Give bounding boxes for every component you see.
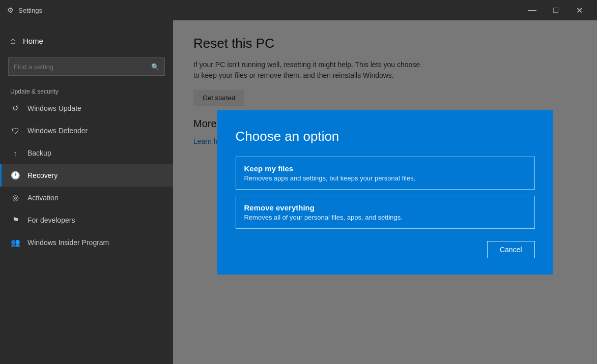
home-icon: ⌂ [10,36,16,46]
sidebar-item-label: Windows Defender [27,127,88,135]
sidebar-section-label: Update & security [0,84,173,97]
remove-everything-button[interactable]: Remove everything Removes all of your pe… [236,196,535,229]
search-icon: 🔍 [151,63,159,71]
close-button[interactable]: ✕ [567,0,591,20]
developers-icon: ⚑ [10,215,20,225]
activation-icon: ◎ [10,193,20,203]
sidebar-item-backup[interactable]: ↑ Backup [0,142,173,164]
modal-title: Choose an option [236,129,535,144]
sidebar-item-recovery[interactable]: 🕐 Recovery [0,164,173,187]
sidebar: ⌂ Home 🔍 Update & security ↺ Windows Upd… [0,20,173,364]
main-content: Reset this PC If your PC isn't running w… [173,20,597,364]
search-input[interactable] [14,63,147,71]
maximize-button[interactable]: □ [544,0,567,20]
sidebar-item-activation[interactable]: ◎ Activation [0,187,173,209]
app-container: ⌂ Home 🔍 Update & security ↺ Windows Upd… [0,20,597,364]
cancel-button[interactable]: Cancel [487,241,535,258]
backup-icon: ↑ [10,148,20,158]
keep-files-button[interactable]: Keep my files Removes apps and settings,… [236,157,535,190]
search-box[interactable]: 🔍 [8,57,165,76]
modal: Choose an option Keep my files Removes a… [217,110,553,275]
remove-everything-desc: Removes all of your personal files, apps… [244,214,526,221]
sidebar-item-label: Backup [27,149,51,157]
insider-icon: 👥 [10,237,20,248]
sidebar-item-label: For developers [27,216,75,224]
remove-everything-title: Remove everything [244,203,526,212]
minimize-button[interactable]: — [521,0,544,20]
title-bar: ⚙ Settings — □ ✕ [0,0,597,20]
sidebar-home-label: Home [23,37,43,45]
sidebar-item-windows-update[interactable]: ↺ Windows Update [0,97,173,119]
sidebar-item-label: Recovery [27,171,58,179]
sidebar-item-label: Windows Insider Program [27,238,109,247]
sidebar-item-label: Activation [27,194,59,202]
sidebar-item-windows-insider[interactable]: 👥 Windows Insider Program [0,231,173,254]
recovery-icon: 🕐 [10,170,20,180]
sidebar-home[interactable]: ⌂ Home [0,31,173,51]
sidebar-item-developers[interactable]: ⚑ For developers [0,209,173,231]
windows-update-icon: ↺ [10,103,20,113]
title-bar-text: Settings [18,7,517,14]
sidebar-item-label: Windows Update [27,104,81,112]
settings-icon: ⚙ [6,6,14,14]
window-controls: — □ ✕ [521,0,591,20]
modal-footer: Cancel [236,241,535,258]
modal-overlay: Choose an option Keep my files Removes a… [173,20,597,364]
keep-files-desc: Removes apps and settings, but keeps you… [244,174,526,182]
shield-icon: 🛡 [10,126,20,136]
keep-files-title: Keep my files [244,164,526,173]
sidebar-item-windows-defender[interactable]: 🛡 Windows Defender [0,119,173,142]
